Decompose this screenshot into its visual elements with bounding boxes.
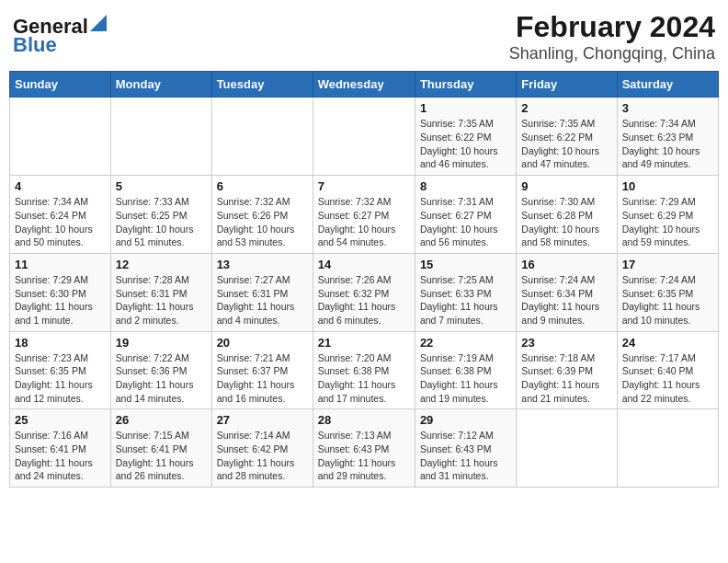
day-number: 27 xyxy=(217,413,308,427)
calendar-cell: 1Sunrise: 7:35 AM Sunset: 6:22 PM Daylig… xyxy=(415,98,516,176)
day-info: Sunrise: 7:16 AM Sunset: 6:41 PM Dayligh… xyxy=(15,429,106,483)
day-info: Sunrise: 7:22 AM Sunset: 6:36 PM Dayligh… xyxy=(116,351,207,406)
calendar-cell: 9Sunrise: 7:30 AM Sunset: 6:28 PM Daylig… xyxy=(517,176,617,254)
day-info: Sunrise: 7:35 AM Sunset: 6:22 PM Dayligh… xyxy=(420,117,511,171)
day-info: Sunrise: 7:23 AM Sunset: 6:35 PM Dayligh… xyxy=(15,351,106,406)
day-info: Sunrise: 7:34 AM Sunset: 6:24 PM Dayligh… xyxy=(15,195,106,249)
logo: General Blue xyxy=(13,15,107,57)
day-number: 2 xyxy=(521,101,611,115)
calendar-cell xyxy=(10,98,111,176)
day-number: 6 xyxy=(217,179,308,193)
day-info: Sunrise: 7:34 AM Sunset: 6:23 PM Dayligh… xyxy=(622,117,713,171)
calendar-cell: 3Sunrise: 7:34 AM Sunset: 6:23 PM Daylig… xyxy=(617,98,718,176)
calendar-cell xyxy=(110,98,211,176)
day-info: Sunrise: 7:32 AM Sunset: 6:27 PM Dayligh… xyxy=(318,195,410,249)
calendar-cell xyxy=(313,98,415,176)
day-info: Sunrise: 7:26 AM Sunset: 6:32 PM Dayligh… xyxy=(318,273,410,327)
page-title: February 2024 xyxy=(509,9,715,44)
calendar-cell: 4Sunrise: 7:34 AM Sunset: 6:24 PM Daylig… xyxy=(10,176,111,254)
calendar-cell: 5Sunrise: 7:33 AM Sunset: 6:25 PM Daylig… xyxy=(110,176,211,254)
day-info: Sunrise: 7:14 AM Sunset: 6:42 PM Dayligh… xyxy=(217,429,308,483)
day-number: 9 xyxy=(521,179,611,193)
day-info: Sunrise: 7:32 AM Sunset: 6:26 PM Dayligh… xyxy=(217,195,308,249)
day-info: Sunrise: 7:24 AM Sunset: 6:35 PM Dayligh… xyxy=(622,273,713,327)
calendar-cell: 23Sunrise: 7:18 AM Sunset: 6:39 PM Dayli… xyxy=(517,331,617,409)
day-info: Sunrise: 7:17 AM Sunset: 6:40 PM Dayligh… xyxy=(622,351,713,406)
title-area: February 2024 Shanling, Chongqing, China xyxy=(509,9,715,63)
day-number: 13 xyxy=(217,258,308,271)
day-number: 12 xyxy=(116,258,207,271)
day-info: Sunrise: 7:19 AM Sunset: 6:38 PM Dayligh… xyxy=(420,351,511,406)
day-number: 4 xyxy=(15,179,106,193)
day-info: Sunrise: 7:31 AM Sunset: 6:27 PM Dayligh… xyxy=(420,195,511,249)
calendar-cell xyxy=(617,409,718,488)
calendar-table: SundayMondayTuesdayWednesdayThursdayFrid… xyxy=(9,71,719,488)
calendar-cell: 13Sunrise: 7:27 AM Sunset: 6:31 PM Dayli… xyxy=(211,253,313,331)
calendar-week-1: 1Sunrise: 7:35 AM Sunset: 6:22 PM Daylig… xyxy=(10,98,719,176)
day-number: 16 xyxy=(521,258,611,271)
weekday-header-sunday: Sunday xyxy=(10,72,111,98)
day-number: 15 xyxy=(420,258,511,271)
calendar-cell: 22Sunrise: 7:19 AM Sunset: 6:38 PM Dayli… xyxy=(415,331,516,409)
day-info: Sunrise: 7:12 AM Sunset: 6:43 PM Dayligh… xyxy=(420,429,511,483)
day-info: Sunrise: 7:25 AM Sunset: 6:33 PM Dayligh… xyxy=(420,273,511,327)
calendar-cell: 19Sunrise: 7:22 AM Sunset: 6:36 PM Dayli… xyxy=(110,331,211,409)
svg-marker-0 xyxy=(90,15,107,31)
day-info: Sunrise: 7:21 AM Sunset: 6:37 PM Dayligh… xyxy=(217,351,308,406)
day-number: 29 xyxy=(420,413,511,427)
day-number: 28 xyxy=(318,413,410,427)
weekday-header-wednesday: Wednesday xyxy=(313,72,415,98)
day-number: 14 xyxy=(318,258,410,271)
calendar-cell: 25Sunrise: 7:16 AM Sunset: 6:41 PM Dayli… xyxy=(10,409,111,488)
day-number: 23 xyxy=(521,336,611,350)
day-info: Sunrise: 7:35 AM Sunset: 6:22 PM Dayligh… xyxy=(521,117,611,171)
calendar-cell: 17Sunrise: 7:24 AM Sunset: 6:35 PM Dayli… xyxy=(617,253,718,331)
page-header: General Blue February 2024 Shanling, Cho… xyxy=(9,9,719,63)
calendar-cell xyxy=(517,409,617,488)
weekday-header-tuesday: Tuesday xyxy=(211,72,313,98)
calendar-week-3: 11Sunrise: 7:29 AM Sunset: 6:30 PM Dayli… xyxy=(10,253,719,331)
day-number: 19 xyxy=(116,336,207,350)
day-number: 18 xyxy=(15,336,106,350)
day-number: 21 xyxy=(318,336,410,350)
day-info: Sunrise: 7:33 AM Sunset: 6:25 PM Dayligh… xyxy=(116,195,207,249)
day-number: 11 xyxy=(15,258,106,271)
day-number: 17 xyxy=(622,258,713,271)
calendar-header-row: SundayMondayTuesdayWednesdayThursdayFrid… xyxy=(10,72,719,98)
day-info: Sunrise: 7:13 AM Sunset: 6:43 PM Dayligh… xyxy=(318,429,410,483)
logo-blue: Blue xyxy=(13,33,57,57)
day-number: 1 xyxy=(420,101,511,115)
day-number: 10 xyxy=(622,179,713,193)
calendar-cell: 24Sunrise: 7:17 AM Sunset: 6:40 PM Dayli… xyxy=(617,331,718,409)
calendar-cell: 16Sunrise: 7:24 AM Sunset: 6:34 PM Dayli… xyxy=(517,253,617,331)
logo-arrow-icon xyxy=(90,15,107,31)
calendar-cell: 10Sunrise: 7:29 AM Sunset: 6:29 PM Dayli… xyxy=(617,176,718,254)
calendar-cell: 14Sunrise: 7:26 AM Sunset: 6:32 PM Dayli… xyxy=(313,253,415,331)
day-number: 3 xyxy=(622,101,713,115)
day-number: 25 xyxy=(15,413,106,427)
calendar-week-5: 25Sunrise: 7:16 AM Sunset: 6:41 PM Dayli… xyxy=(10,409,719,488)
calendar-cell: 26Sunrise: 7:15 AM Sunset: 6:41 PM Dayli… xyxy=(110,409,211,488)
calendar-cell: 29Sunrise: 7:12 AM Sunset: 6:43 PM Dayli… xyxy=(415,409,516,488)
day-info: Sunrise: 7:30 AM Sunset: 6:28 PM Dayligh… xyxy=(521,195,611,249)
day-info: Sunrise: 7:28 AM Sunset: 6:31 PM Dayligh… xyxy=(116,273,207,327)
calendar-cell: 8Sunrise: 7:31 AM Sunset: 6:27 PM Daylig… xyxy=(415,176,516,254)
calendar-cell: 15Sunrise: 7:25 AM Sunset: 6:33 PM Dayli… xyxy=(415,253,516,331)
calendar-cell: 2Sunrise: 7:35 AM Sunset: 6:22 PM Daylig… xyxy=(517,98,617,176)
calendar-cell: 12Sunrise: 7:28 AM Sunset: 6:31 PM Dayli… xyxy=(110,253,211,331)
day-number: 5 xyxy=(116,179,207,193)
calendar-cell xyxy=(211,98,313,176)
calendar-cell: 27Sunrise: 7:14 AM Sunset: 6:42 PM Dayli… xyxy=(211,409,313,488)
weekday-header-monday: Monday xyxy=(110,72,211,98)
day-info: Sunrise: 7:18 AM Sunset: 6:39 PM Dayligh… xyxy=(521,351,611,406)
calendar-week-4: 18Sunrise: 7:23 AM Sunset: 6:35 PM Dayli… xyxy=(10,331,719,409)
day-info: Sunrise: 7:29 AM Sunset: 6:30 PM Dayligh… xyxy=(15,273,106,327)
calendar-cell: 21Sunrise: 7:20 AM Sunset: 6:38 PM Dayli… xyxy=(313,331,415,409)
calendar-week-2: 4Sunrise: 7:34 AM Sunset: 6:24 PM Daylig… xyxy=(10,176,719,254)
day-number: 20 xyxy=(217,336,308,350)
day-number: 7 xyxy=(318,179,410,193)
day-info: Sunrise: 7:24 AM Sunset: 6:34 PM Dayligh… xyxy=(521,273,611,327)
day-info: Sunrise: 7:15 AM Sunset: 6:41 PM Dayligh… xyxy=(116,429,207,483)
day-number: 8 xyxy=(420,179,511,193)
day-number: 22 xyxy=(420,336,511,350)
